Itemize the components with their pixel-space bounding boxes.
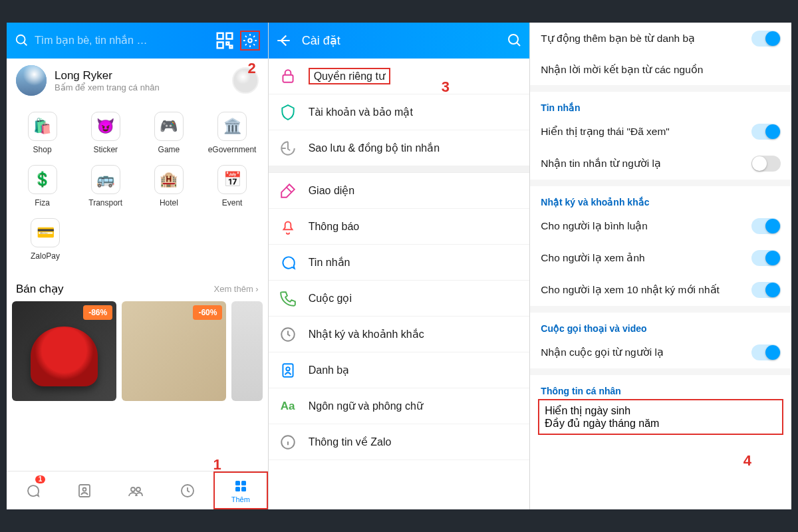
header-bar: Cài đặt <box>269 23 530 59</box>
app-label: ZaloPay <box>31 251 60 261</box>
profile-switch-avatar[interactable] <box>232 67 259 94</box>
svg-point-17 <box>509 35 518 44</box>
row-sublabel: Đầy đủ ngày tháng năm <box>545 417 777 430</box>
svg-line-18 <box>517 43 520 46</box>
app-transport[interactable]: 🚌Transport <box>79 165 132 207</box>
search-icon[interactable] <box>15 33 29 48</box>
privacy-row[interactable]: Cho người lạ xem 10 nhật ký mới nhất <box>530 274 791 306</box>
trending-card-3[interactable] <box>231 301 262 401</box>
app-game[interactable]: 🎮Game <box>142 112 196 154</box>
toggle[interactable] <box>751 124 781 140</box>
settings-row[interactable]: AaNgôn ngữ và phông chữ <box>269 388 530 424</box>
row-icon: Aa <box>279 398 297 415</box>
panel-more: 2 Long Ryker Bấm để xem trang cá nhân 🛍️… <box>7 23 269 509</box>
svg-rect-16 <box>241 487 246 491</box>
trending-more[interactable]: Xem thêm › <box>213 284 258 294</box>
row-icon <box>279 362 297 379</box>
panel-settings: Cài đặt Quyền riêng tưTài khoản và bảo m… <box>269 23 531 509</box>
privacy-row[interactable]: Hiển thị trạng thái "Đã xem" <box>530 116 791 148</box>
profile-row[interactable]: Long Ryker Bấm để xem trang cá nhân <box>7 59 268 102</box>
panel-privacy: Tự động thêm bạn bè từ danh bạNhận lời m… <box>530 23 791 509</box>
privacy-row[interactable]: Cho người lạ bình luận <box>530 210 791 242</box>
row-icon <box>279 140 297 157</box>
app-icon: 🎮 <box>154 112 184 141</box>
back-icon[interactable] <box>275 32 293 49</box>
privacy-row[interactable]: Cho người lạ xem ảnh <box>530 242 791 274</box>
privacy-row[interactable]: Tự động thêm bạn bè từ danh bạ <box>530 23 791 55</box>
toggle[interactable] <box>751 282 781 298</box>
svg-line-1 <box>24 43 27 46</box>
trending-card-2[interactable]: -60% <box>122 301 226 401</box>
row-label: Tài khoản và bảo mật <box>309 106 413 118</box>
section-header: Thông tin cá nhân <box>530 375 791 399</box>
app-icon: 🏨 <box>154 165 184 194</box>
svg-rect-13 <box>235 481 240 485</box>
badge: 1 <box>35 475 46 483</box>
toggle[interactable] <box>751 250 781 266</box>
settings-row[interactable]: Nhật ký và khoảnh khắc <box>269 317 530 352</box>
settings-row[interactable]: Thông tin về Zalo <box>269 424 530 460</box>
row-label: Tự động thêm bạn bè từ danh bạ <box>541 33 695 45</box>
app-event[interactable]: 📅Event <box>205 165 259 207</box>
nav-timeline[interactable] <box>162 471 213 509</box>
app-icon: 💲 <box>28 165 57 194</box>
row-label: Cuộc gọi <box>309 292 352 305</box>
svg-rect-5 <box>226 43 229 45</box>
settings-row[interactable]: Tài khoản và bảo mật <box>269 94 530 130</box>
settings-row[interactable]: Thông báo <box>269 209 530 245</box>
settings-row[interactable]: Danh bạ <box>269 352 530 388</box>
svg-rect-6 <box>229 46 232 49</box>
app-icon: 😈 <box>91 112 120 141</box>
row-label: Sao lưu & đồng bộ tin nhắn <box>309 142 440 154</box>
app-label: Hotel <box>160 198 178 207</box>
row-icon <box>279 290 297 307</box>
qr-icon[interactable] <box>215 31 235 51</box>
app-label: Event <box>222 198 243 207</box>
nav-more[interactable]: Thêm <box>213 471 268 509</box>
privacy-row[interactable]: Nhận lời mời kết bạn từ các nguồn <box>530 55 791 85</box>
toggle[interactable] <box>751 31 781 47</box>
app-sticker[interactable]: 😈Sticker <box>79 112 132 154</box>
row-label: Nhận lời mời kết bạn từ các nguồn <box>541 64 703 76</box>
toggle[interactable] <box>751 218 781 234</box>
settings-row[interactable]: Tin nhắn <box>269 245 530 281</box>
gear-icon[interactable] <box>240 31 260 51</box>
nav-contacts[interactable] <box>59 471 110 509</box>
row-icon <box>279 104 297 121</box>
toggle[interactable] <box>751 156 781 172</box>
row-label: Hiển thị ngày sinh <box>545 404 777 417</box>
settings-row[interactable]: Sao lưu & đồng bộ tin nhắn <box>269 130 530 166</box>
search-icon[interactable] <box>507 33 523 49</box>
trending-card-1[interactable]: -86% <box>12 301 116 401</box>
app-hotel[interactable]: 🏨Hotel <box>142 165 196 207</box>
row-label: Hiển thị trạng thái "Đã xem" <box>541 126 670 138</box>
privacy-row[interactable]: Nhận tin nhắn từ người lạ <box>530 148 791 180</box>
app-label: Shop <box>33 145 52 154</box>
svg-rect-3 <box>226 33 232 39</box>
highlighted-row[interactable]: Hiển thị ngày sinhĐầy đủ ngày tháng năm <box>538 399 783 435</box>
page-title: Cài đặt <box>302 33 498 48</box>
app-fiza[interactable]: 💲Fiza <box>16 165 69 207</box>
app-zalopay[interactable]: 💳ZaloPay <box>19 218 72 261</box>
bottom-nav: 1 Thêm <box>7 471 268 509</box>
nav-chats[interactable]: 1 <box>7 471 59 509</box>
svg-point-10 <box>131 487 135 491</box>
settings-row[interactable]: Cuộc gọi <box>269 281 530 317</box>
nav-groups[interactable] <box>110 471 162 509</box>
settings-row[interactable]: Quyền riêng tư <box>269 59 530 94</box>
svg-point-22 <box>286 367 289 370</box>
app-label: Transport <box>88 198 122 207</box>
nav-more-label: Thêm <box>231 495 250 503</box>
row-icon <box>279 326 297 343</box>
row-icon <box>279 68 297 85</box>
app-shop[interactable]: 🛍️Shop <box>16 112 69 154</box>
row-label: Nhật ký và khoảnh khắc <box>309 328 424 340</box>
privacy-row[interactable]: Nhận cuộc gọi từ người lạ <box>530 336 791 368</box>
toggle[interactable] <box>751 344 781 360</box>
row-icon <box>279 434 297 451</box>
app-label: eGovernment <box>208 145 257 154</box>
app-label: Sticker <box>93 145 118 154</box>
app-egovernment[interactable]: 🏛️eGovernment <box>205 112 259 154</box>
settings-row[interactable]: Giao diện <box>269 173 530 209</box>
search-input[interactable] <box>35 35 209 47</box>
